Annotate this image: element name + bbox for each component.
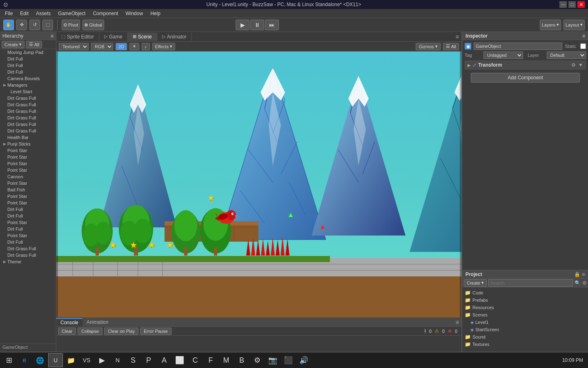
layout-dropdown[interactable]: Layout ▾ xyxy=(564,20,585,30)
proj-item-prefabs[interactable]: 📁 Prefabs xyxy=(462,296,588,304)
menu-window[interactable]: Window xyxy=(122,10,146,17)
menu-help[interactable]: Help xyxy=(147,10,164,17)
proj-item-code[interactable]: 📁 Code xyxy=(462,289,588,296)
transform-settings-icon[interactable]: ⚙ xyxy=(571,62,576,68)
tab-sprite-editor[interactable]: ⬚ Sprite Editor xyxy=(56,33,99,41)
effects-button[interactable]: Effects ▾ xyxy=(152,43,175,50)
play-button[interactable]: ▶ xyxy=(236,20,249,30)
list-item[interactable]: Bad Fish xyxy=(0,186,56,193)
project-settings-icon[interactable]: ⚙ xyxy=(582,280,587,286)
list-item[interactable]: Camera Bounds xyxy=(0,75,56,82)
console-menu-icon[interactable]: ≡ xyxy=(456,319,459,325)
layers-dropdown[interactable]: Layers ▾ xyxy=(540,20,561,30)
console-collapse-button[interactable]: Collapse xyxy=(78,328,102,335)
list-item[interactable]: Dirt Full xyxy=(0,206,56,213)
taskbar-app-button-1[interactable]: VS xyxy=(79,353,94,367)
list-item[interactable]: Health Bar xyxy=(0,134,56,141)
menu-file[interactable]: File xyxy=(2,10,16,17)
gizmos-button[interactable]: Gizmos ▾ xyxy=(416,43,440,50)
taskbar-chrome-button[interactable]: 🌐 xyxy=(33,353,47,367)
list-item[interactable]: Dirt Full xyxy=(0,213,56,219)
project-lock-icon[interactable]: 🔒 xyxy=(574,272,580,277)
taskbar-app-button-9[interactable]: F xyxy=(203,353,218,367)
taskbar-app-button-6[interactable]: A xyxy=(157,353,172,367)
hierarchy-menu-icon[interactable]: ≡ xyxy=(51,33,53,39)
list-item[interactable]: Point Star xyxy=(0,160,56,167)
taskbar-start-button[interactable]: ⊞ xyxy=(2,353,16,367)
tab-console[interactable]: Console xyxy=(56,318,82,326)
gameobject-name-input[interactable] xyxy=(474,43,562,50)
tag-select[interactable]: Untagged xyxy=(483,52,523,59)
tab-animation[interactable]: Animation xyxy=(82,319,112,326)
list-item[interactable]: Dirt Grass Full xyxy=(0,95,56,101)
list-item[interactable]: Dirt Grass Full xyxy=(0,245,56,252)
project-create-button[interactable]: Create ▾ xyxy=(464,279,487,287)
list-item[interactable]: Dirt Grass Full xyxy=(0,121,56,128)
scene-all-button[interactable]: ☰ All xyxy=(443,43,459,50)
audio-button[interactable]: ♪ xyxy=(142,43,150,50)
list-item[interactable]: Dirt Grass Full xyxy=(0,252,56,258)
transform-component-header[interactable]: ▶ ⤢ Transform ⚙ ▼ xyxy=(465,61,586,70)
light-button[interactable]: ☀ xyxy=(129,43,139,50)
global-button[interactable]: Global xyxy=(82,20,104,30)
console-error-pause-button[interactable]: Error Pause xyxy=(140,328,172,335)
static-checkbox[interactable] xyxy=(580,43,586,49)
list-item[interactable]: Point Star xyxy=(0,232,56,239)
list-item[interactable]: Point Star xyxy=(0,154,56,160)
list-item[interactable]: Point Star xyxy=(0,180,56,186)
scale-tool-button[interactable]: ⬚ xyxy=(42,20,53,30)
taskbar-app-button-15[interactable]: 🔊 xyxy=(296,353,311,367)
scene-view[interactable]: ★ ★ ★ ★ ★ ▲ xyxy=(56,52,461,317)
console-clear-on-play-button[interactable]: Clear on Play xyxy=(104,328,138,335)
list-item[interactable]: Moving Jump Pad xyxy=(0,49,56,56)
taskbar-app-button-3[interactable]: N xyxy=(110,353,125,367)
taskbar-app-button-12[interactable]: ⚙ xyxy=(250,353,265,367)
hierarchy-create-button[interactable]: Create ▾ xyxy=(2,41,24,48)
list-item[interactable]: Cannon xyxy=(0,173,56,180)
taskbar-app-button-7[interactable]: ⬜ xyxy=(172,353,187,367)
translate-tool-button[interactable]: ✜ xyxy=(16,20,27,30)
proj-item-scenes[interactable]: 📁 Scenes xyxy=(462,311,588,319)
list-item[interactable]: Dirt Full xyxy=(0,239,56,245)
2d-button[interactable]: 2D xyxy=(116,43,127,50)
taskbar-explorer-button[interactable]: 📁 xyxy=(64,353,78,367)
taskbar-app-button-8[interactable]: C xyxy=(188,353,203,367)
layer-select[interactable]: Default xyxy=(547,52,586,59)
list-item[interactable]: Dirt Grass Full xyxy=(0,108,56,114)
color-mode-select[interactable]: RGB xyxy=(91,43,113,50)
proj-item-level1[interactable]: ◈ Level1 xyxy=(462,319,588,326)
rotate-tool-button[interactable]: ↺ xyxy=(29,20,40,30)
minimize-button[interactable]: ─ xyxy=(559,1,567,8)
add-component-button[interactable]: Add Component xyxy=(471,73,580,83)
hierarchy-list[interactable]: Moving Jump Pad Dirt Full Dirt Full Dirt… xyxy=(0,49,56,343)
list-item[interactable]: ▶Punji Sticks xyxy=(0,141,56,147)
taskbar-app-button-13[interactable]: 📷 xyxy=(265,353,280,367)
list-item[interactable]: Dirt Full xyxy=(0,226,56,232)
menu-edit[interactable]: Edit xyxy=(17,10,32,17)
list-item[interactable]: Dirt Grass Full xyxy=(0,101,56,108)
hierarchy-all-button[interactable]: ☰ All xyxy=(26,41,42,48)
list-item[interactable]: Dirt Full xyxy=(0,69,56,75)
proj-item-sound[interactable]: 📁 Sound xyxy=(462,333,588,341)
maximize-button[interactable]: □ xyxy=(568,1,576,8)
pause-button[interactable]: ⏸ xyxy=(250,20,264,30)
tab-scene[interactable]: ⊞ Scene xyxy=(128,33,157,41)
menu-gameobject[interactable]: GameObject xyxy=(55,10,89,17)
list-item[interactable]: Point Star xyxy=(0,219,56,226)
close-button[interactable]: ✕ xyxy=(577,1,585,8)
project-menu-icon[interactable]: ≡ xyxy=(582,271,585,278)
taskbar-app-button-5[interactable]: P xyxy=(141,353,156,367)
inspector-menu-icon[interactable]: ≡ xyxy=(582,33,585,39)
list-item[interactable]: ▶Theme xyxy=(0,258,56,265)
list-item[interactable]: Point Star xyxy=(0,167,56,173)
project-search-input[interactable] xyxy=(488,279,573,287)
taskbar-app-button-14[interactable]: ⬛ xyxy=(281,353,296,367)
render-mode-select[interactable]: Textured xyxy=(59,43,89,50)
taskbar-app-button-11[interactable]: B xyxy=(234,353,249,367)
list-item[interactable]: Point Star xyxy=(0,200,56,206)
console-clear-button[interactable]: Clear xyxy=(58,328,76,335)
proj-item-resources[interactable]: 📁 Resources xyxy=(462,304,588,311)
list-item[interactable]: Dirt Grass Full xyxy=(0,128,56,134)
pivot-button[interactable]: Pivot xyxy=(62,20,80,30)
step-button[interactable]: ⏭ xyxy=(265,20,279,30)
